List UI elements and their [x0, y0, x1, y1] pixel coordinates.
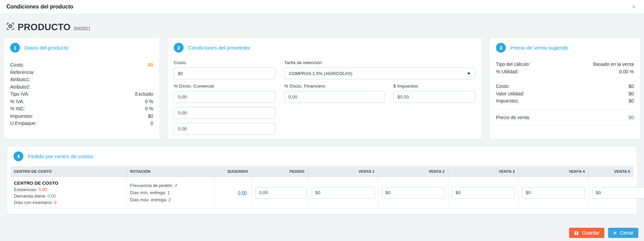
field-tarifa-retencion: Tarifa de retención COMPRAS 1.5% (AGRICO… — [284, 60, 475, 79]
pedido-table: CENTRO DE COSTO ROTACIÓN SUGERIDO PEDIDO… — [11, 166, 633, 209]
guardar-button[interactable]: Guardar — [569, 228, 604, 238]
kv-impuestos: Impuestos:$0 — [10, 113, 153, 120]
section-datos-producto: 1 Datos del producto Costo:$0 Referencia… — [3, 37, 160, 139]
field-dscto-comercial: % Dscto. Comercial — [174, 84, 275, 103]
col-venta-1: VENTA 1 — [308, 166, 378, 177]
kv-tipo-iva: Tipo IVA:Excluido — [10, 91, 153, 98]
dscto-financiero-input[interactable] — [284, 91, 385, 103]
field-dscto-comercial-3 — [174, 123, 275, 135]
kv-pct-utilidad: % Utilidad:0,00 % — [496, 68, 634, 76]
cell-venta-4 — [518, 177, 588, 209]
close-icon: ✕ — [613, 230, 617, 236]
centro-costo-nombre: CENTRO DE COSTO — [14, 180, 123, 186]
table-row: CENTRO DE COSTO Existencias: 0,00 Demand… — [11, 177, 633, 209]
pedido-input[interactable] — [255, 187, 306, 199]
kv-atributo2: Atributo2: — [10, 84, 153, 91]
kv-precio-venta: Precio de venta: $0 — [496, 114, 634, 122]
section-3-number-badge: 3 — [496, 43, 506, 53]
modal-title: Condiciones del producto — [6, 4, 630, 10]
kv-tipo-calculo: Tipo del cálculo:Basado en la venta — [496, 61, 634, 68]
kv-pct-inc: % INC:0 % — [10, 105, 153, 113]
existencias-line: Existencias: 0,00 — [14, 186, 123, 193]
divider — [496, 126, 634, 126]
venta-2-input[interactable] — [382, 187, 445, 199]
demanda-diaria-line: Demanda diaria: 0,00 — [14, 193, 123, 199]
col-centro-de-costo: CENTRO DE COSTO — [11, 166, 126, 177]
kv-referencia: Referencia: — [10, 69, 153, 76]
section-precio-venta: 3 Precio de venta sugerido Tipo del cálc… — [489, 37, 641, 139]
col-sugerido: SUGERIDO — [214, 166, 252, 177]
tarifa-retencion-select[interactable]: COMPRAS 1.5% (AGRICOLAS) — [284, 68, 475, 79]
frecuencia-pedido-line: Frecuencia de pedido: 7 — [130, 182, 210, 189]
section-4-title: Pedido por centro de costos — [28, 153, 93, 160]
section-4-number-badge: 4 — [14, 151, 23, 161]
dias-min-entrega-line: Días mín. entrega: 1 — [130, 189, 210, 196]
field-costo-proveedor: Costo — [174, 60, 275, 79]
col-venta-3: VENTA 3 — [448, 166, 518, 177]
cell-pedido — [252, 177, 308, 209]
section-2-title: Condiciones del proveedor — [188, 45, 250, 51]
impuestos-proveedor-input[interactable] — [393, 91, 475, 103]
sugerido-link[interactable]: 0,00 — [238, 190, 247, 195]
cell-venta-5 — [588, 177, 633, 209]
precio-top-list: Tipo del cálculo:Basado en la venta % Ut… — [496, 61, 634, 75]
product-cube-icon — [6, 22, 15, 32]
kv-valor-utilidad: Valor utilidad:$0 — [496, 90, 634, 98]
modal-body: PRODUCTO 000001 1 Datos del producto Cos… — [0, 14, 644, 215]
dscto-comercial-1-input[interactable] — [174, 91, 275, 103]
dias-max-entrega-line: Días máx. entrega: 2 — [130, 196, 210, 203]
field-dscto-comercial-2 — [174, 107, 275, 119]
cell-sugerido: 0,00 — [214, 177, 252, 209]
modal-close-icon[interactable]: × — [630, 3, 638, 11]
col-rotacion: ROTACIÓN — [126, 166, 214, 177]
pedido-table-header-row: CENTRO DE COSTO ROTACIÓN SUGERIDO PEDIDO… — [11, 166, 633, 177]
product-heading: PRODUCTO 000001 — [6, 22, 641, 32]
kv-atributo1: Atributo1: — [10, 76, 153, 84]
kv-impuestos-calc: Impuestos:$0 — [496, 97, 634, 105]
col-venta-2: VENTA 2 — [378, 166, 448, 177]
cell-venta-1 — [308, 177, 378, 209]
dscto-comercial-3-input[interactable] — [174, 123, 275, 135]
field-impuestos-proveedor: $ Impuestos — [393, 84, 475, 103]
chevron-down-icon — [467, 73, 471, 75]
modal-footer: Guardar ✕ Cerrar — [0, 225, 644, 241]
modal-header: Condiciones del producto × — [0, 0, 644, 14]
dias-inventario-line: Días con inventario: 0 — [14, 199, 123, 206]
section-2-number-badge: 2 — [174, 43, 184, 53]
venta-1-input[interactable] — [312, 187, 375, 199]
venta-3-input[interactable] — [452, 187, 515, 199]
cell-rotacion: Frecuencia de pedido: 7 Días mín. entreg… — [126, 177, 214, 209]
section-1-title: Datos del producto — [24, 45, 68, 51]
section-3-title: Precio de venta sugerido — [510, 45, 568, 51]
precio-mid-list: Costo:$0 Valor utilidad:$0 Impuestos:$0 — [496, 83, 634, 105]
kv-costo-calc: Costo:$0 — [496, 83, 634, 90]
save-icon — [574, 230, 579, 236]
cell-venta-2 — [378, 177, 448, 209]
venta-5-input[interactable] — [592, 187, 644, 199]
kv-pct-iva: % IVA:0 % — [10, 98, 153, 106]
section-1-number-badge: 1 — [10, 43, 20, 53]
col-venta-5: VENTA 5 — [588, 166, 633, 177]
col-pedido: PEDIDO — [252, 166, 308, 177]
section-condiciones-proveedor: 2 Condiciones del proveedor Costo Tarifa… — [167, 37, 482, 139]
col-venta-4: VENTA 4 — [518, 166, 588, 177]
cell-centro-de-costo: CENTRO DE COSTO Existencias: 0,00 Demand… — [11, 177, 126, 209]
kv-uempaque: U.Empaque:0 — [10, 120, 153, 127]
dscto-comercial-2-input[interactable] — [174, 107, 275, 119]
divider — [496, 109, 634, 110]
product-data-list: Costo:$0 Referencia: Atributo1: Atributo… — [10, 61, 153, 127]
product-code: 000001 — [74, 25, 90, 32]
product-name: PRODUCTO — [18, 23, 70, 32]
kv-costo: Costo:$0 — [10, 61, 153, 69]
cell-venta-3 — [448, 177, 518, 209]
product-conditions-modal: Condiciones del producto × PRODUCTO 0000… — [0, 0, 644, 215]
cerrar-button[interactable]: ✕ Cerrar — [608, 228, 638, 238]
costo-proveedor-input[interactable] — [174, 68, 275, 79]
venta-4-input[interactable] — [522, 187, 585, 199]
section-pedido-centro-costos: 4 Pedido por centro de costos CENTRO DE … — [7, 146, 637, 215]
field-dscto-financiero: % Dscto. Financiero — [284, 84, 385, 103]
